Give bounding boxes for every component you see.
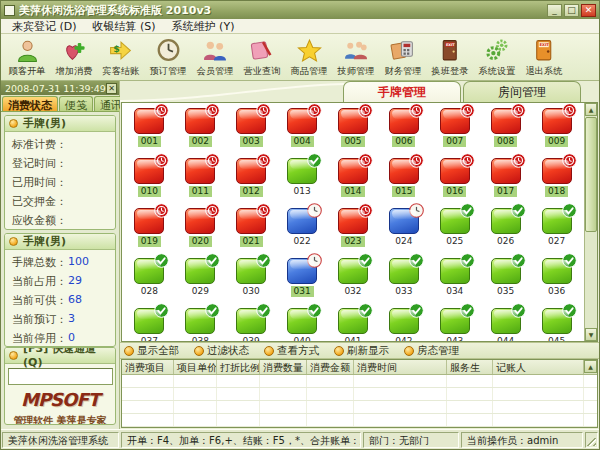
hand-tag-034[interactable]: 034 xyxy=(429,254,480,304)
hand-tag-007[interactable]: 007 xyxy=(429,104,480,154)
option-显示全部[interactable]: 显示全部 xyxy=(124,344,179,358)
sidebar-tab[interactable]: 便笺 xyxy=(59,96,93,111)
table-cell xyxy=(307,401,354,413)
column-header[interactable]: 服务生 xyxy=(447,360,493,374)
hand-tag-001[interactable]: 001 xyxy=(124,104,175,154)
hand-tag-028[interactable]: 028 xyxy=(124,254,175,304)
close-button[interactable]: ✕ xyxy=(581,4,596,17)
scrollbar-track[interactable] xyxy=(585,233,597,328)
hand-tag-043[interactable]: 043 xyxy=(429,304,480,341)
tag-number: 043 xyxy=(443,336,466,341)
tag-status-badge-icon xyxy=(409,153,424,168)
scroll-down-icon[interactable]: ▼ xyxy=(585,328,597,341)
resize-grip[interactable] xyxy=(585,432,598,448)
column-header[interactable]: 消费时间 xyxy=(354,360,447,374)
slogan-text: 管理软件 美萍是专家 xyxy=(8,414,113,425)
column-header[interactable]: 记账人 xyxy=(493,360,584,374)
hand-tag-021[interactable]: 021 xyxy=(226,204,277,254)
hand-tag-011[interactable]: 011 xyxy=(175,154,226,204)
option-房态管理[interactable]: 房态管理 xyxy=(404,344,459,358)
table-scroll-up-icon[interactable]: ▲ xyxy=(584,360,597,373)
hand-tag-027[interactable]: 027 xyxy=(531,204,582,254)
option-刷新显示[interactable]: 刷新显示 xyxy=(334,344,389,358)
hand-tag-009[interactable]: 009 xyxy=(531,104,582,154)
toolbar-button-goods[interactable]: 商品管理 xyxy=(285,35,332,80)
hand-tag-019[interactable]: 019 xyxy=(124,204,175,254)
hand-tag-044[interactable]: 044 xyxy=(480,304,531,341)
hand-tag-039[interactable]: 039 xyxy=(226,304,277,341)
tab-hand-tags[interactable]: 手牌管理 xyxy=(343,81,461,102)
toolbar-button-exit[interactable]: EXIT退出系统 xyxy=(520,35,567,80)
hand-tag-013[interactable]: 013 xyxy=(277,154,328,204)
hand-tag-015[interactable]: 015 xyxy=(378,154,429,204)
minimize-button[interactable]: _ xyxy=(547,4,562,17)
tag-icon xyxy=(236,158,266,184)
hand-tag-014[interactable]: 014 xyxy=(328,154,379,204)
toolbar-button-add[interactable]: 增加消费 xyxy=(50,35,97,80)
hand-tag-024[interactable]: 024 xyxy=(378,204,429,254)
toolbar-button-tech[interactable]: 技师管理 xyxy=(332,35,379,80)
toolbar-button-open[interactable]: 顾客开单 xyxy=(3,35,50,80)
column-header[interactable]: 消费数量 xyxy=(260,360,307,374)
hand-tag-026[interactable]: 026 xyxy=(480,204,531,254)
toolbar-button-booking[interactable]: 预订管理 xyxy=(144,35,191,80)
quick-channel-input[interactable] xyxy=(8,368,113,385)
toolbar-button-label: 财务管理 xyxy=(384,65,421,78)
hand-tag-035[interactable]: 035 xyxy=(480,254,531,304)
tag-icon xyxy=(542,108,572,134)
toolbar-button-query[interactable]: 营业查询 xyxy=(238,35,285,80)
hand-tag-008[interactable]: 008 xyxy=(480,104,531,154)
tag-icon xyxy=(236,258,266,284)
column-header[interactable]: 项目单价 xyxy=(174,360,217,374)
hand-tag-006[interactable]: 006 xyxy=(378,104,429,154)
toolbar-button-finance[interactable]: 财务管理 xyxy=(379,35,426,80)
hand-tag-036[interactable]: 036 xyxy=(531,254,582,304)
hand-tag-003[interactable]: 003 xyxy=(226,104,277,154)
hand-tag-005[interactable]: 005 xyxy=(328,104,379,154)
toolbar-button-shift[interactable]: EXIT换班登录 xyxy=(426,35,473,80)
column-header[interactable]: 打折比例 xyxy=(217,360,260,374)
hand-tag-032[interactable]: 032 xyxy=(328,254,379,304)
sidebar-tab[interactable]: 消费状态 xyxy=(2,96,58,111)
option-过滤状态[interactable]: 过滤状态 xyxy=(194,344,249,358)
hand-tag-040[interactable]: 040 xyxy=(277,304,328,341)
toolbar-button-checkout[interactable]: $宾客结账 xyxy=(97,35,144,80)
hand-tag-031[interactable]: 031 xyxy=(277,254,328,304)
hand-tag-012[interactable]: 012 xyxy=(226,154,277,204)
hand-tag-018[interactable]: 018 xyxy=(531,154,582,204)
scrollbar-thumb[interactable] xyxy=(585,117,597,232)
hand-tag-023[interactable]: 023 xyxy=(328,204,379,254)
table-cell xyxy=(217,375,260,387)
menu-item[interactable]: 系统维护 (Y) xyxy=(165,19,242,34)
tag-stats-fields: 手牌总数：100当前占用：29当前可供：68当前预订：3当前停用：0 xyxy=(5,250,115,347)
hand-tag-022[interactable]: 022 xyxy=(277,204,328,254)
maximize-button[interactable]: □ xyxy=(564,4,579,17)
hand-tag-042[interactable]: 042 xyxy=(378,304,429,341)
hand-tag-004[interactable]: 004 xyxy=(277,104,328,154)
scroll-up-icon[interactable]: ▲ xyxy=(585,103,597,116)
option-查看方式[interactable]: 查看方式 xyxy=(264,344,319,358)
hand-tag-002[interactable]: 002 xyxy=(175,104,226,154)
menu-item[interactable]: 来宾登记 (D) xyxy=(5,19,84,34)
hand-tag-045[interactable]: 045 xyxy=(531,304,582,341)
hand-tag-025[interactable]: 025 xyxy=(429,204,480,254)
hand-tag-010[interactable]: 010 xyxy=(124,154,175,204)
grid-scrollbar[interactable]: ▲ ▼ xyxy=(584,103,597,341)
toolbar-button-settings[interactable]: 系统设置 xyxy=(473,35,520,80)
hand-tag-016[interactable]: 016 xyxy=(429,154,480,204)
tab-rooms[interactable]: 房间管理 xyxy=(463,81,581,102)
column-header[interactable]: 消费金额 xyxy=(307,360,354,374)
hand-tag-017[interactable]: 017 xyxy=(480,154,531,204)
menu-item[interactable]: 收银结算 (S) xyxy=(86,19,163,34)
hand-tag-029[interactable]: 029 xyxy=(175,254,226,304)
hand-tag-041[interactable]: 041 xyxy=(328,304,379,341)
column-header[interactable]: 消费项目 xyxy=(122,360,174,374)
datetime-close-icon[interactable]: ✕ xyxy=(106,83,117,94)
hand-tag-020[interactable]: 020 xyxy=(175,204,226,254)
tag-status-badge-icon xyxy=(307,153,322,168)
hand-tag-030[interactable]: 030 xyxy=(226,254,277,304)
hand-tag-038[interactable]: 038 xyxy=(175,304,226,341)
hand-tag-037[interactable]: 037 xyxy=(124,304,175,341)
hand-tag-033[interactable]: 033 xyxy=(378,254,429,304)
toolbar-button-member[interactable]: 会员管理 xyxy=(191,35,238,80)
